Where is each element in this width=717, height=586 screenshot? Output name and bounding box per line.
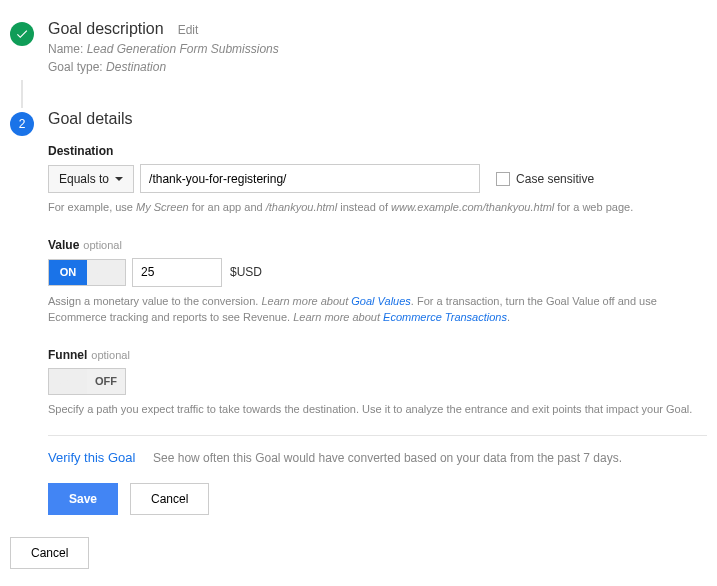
funnel-toggle[interactable]: ON OFF xyxy=(48,368,126,395)
goal-type-meta: Goal type: Destination xyxy=(48,60,707,74)
cancel-button[interactable]: Cancel xyxy=(130,483,209,515)
verify-help: See how often this Goal would have conve… xyxy=(153,451,622,465)
destination-help: For example, use My Screen for an app an… xyxy=(48,199,707,216)
destination-input[interactable] xyxy=(140,164,480,193)
step-details: 2 Goal details xyxy=(10,110,707,136)
match-type-dropdown[interactable]: Equals to xyxy=(48,165,134,193)
goal-values-link[interactable]: Goal Values xyxy=(351,295,411,307)
case-sensitive-checkbox[interactable] xyxy=(496,172,510,186)
step-title: Goal details xyxy=(48,110,133,127)
funnel-label: Funneloptional xyxy=(48,348,707,362)
value-toggle[interactable]: ON OFF xyxy=(48,259,126,286)
check-circle-icon xyxy=(10,22,34,46)
step-number-icon: 2 xyxy=(10,112,34,136)
verify-row: Verify this Goal See how often this Goal… xyxy=(48,450,707,465)
caret-down-icon xyxy=(115,177,123,181)
divider xyxy=(48,435,707,436)
case-sensitive-label: Case sensitive xyxy=(516,172,594,186)
step-title: Goal description xyxy=(48,20,164,38)
currency-label: $USD xyxy=(230,265,262,279)
goal-name-meta: Name: Lead Generation Form Submissions xyxy=(48,42,707,56)
ecommerce-transactions-link[interactable]: Ecommerce Transactions xyxy=(383,311,507,323)
edit-link[interactable]: Edit xyxy=(178,23,199,37)
step-description: Goal description Edit Name: Lead Generat… xyxy=(10,20,707,74)
verify-goal-link[interactable]: Verify this Goal xyxy=(48,450,135,465)
value-amount-input[interactable] xyxy=(132,258,222,287)
step-connector xyxy=(21,80,23,108)
value-label: Valueoptional xyxy=(48,238,707,252)
value-help: Assign a monetary value to the conversio… xyxy=(48,293,707,326)
footer-cancel-button[interactable]: Cancel xyxy=(10,537,89,569)
funnel-help: Specify a path you expect traffic to tak… xyxy=(48,401,707,418)
save-button[interactable]: Save xyxy=(48,483,118,515)
destination-label: Destination xyxy=(48,144,707,158)
